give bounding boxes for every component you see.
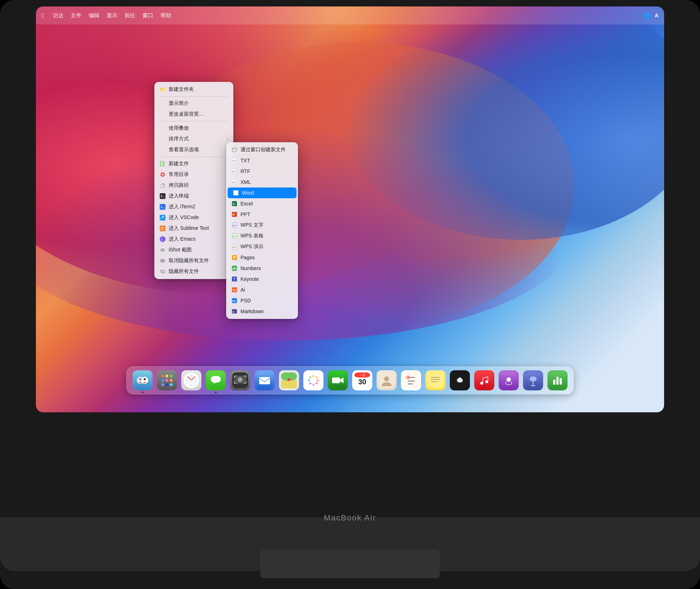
submenu-numbers[interactable]: Numbers — [226, 263, 298, 274]
dock-container: 一月30 — [126, 366, 574, 394]
apple-menu[interactable]:  — [42, 12, 44, 19]
menu-item-hide-all[interactable]: 隐藏所有文件 — [154, 266, 233, 277]
svg-rect-10 — [160, 247, 165, 253]
dock: 一月30 — [126, 366, 574, 394]
menubar-finder[interactable]: 访达 — [53, 12, 64, 19]
dock-item-mail[interactable] — [254, 370, 275, 391]
submenu-ppt[interactable]: P PPT — [226, 209, 298, 220]
submenu-rtf[interactable]: RTF RTF — [226, 166, 298, 177]
dock-item-appletv[interactable] — [449, 370, 471, 391]
dock-item-messages[interactable] — [205, 370, 227, 391]
show-hidden-icon — [159, 258, 166, 264]
new-file-icon — [159, 161, 166, 167]
iterm2-icon — [159, 204, 166, 210]
menu-item-ishot[interactable]: iShot 截图 — [154, 245, 233, 255]
menu-item-label: 更改桌面背景... — [169, 111, 203, 117]
svg-rect-71 — [211, 376, 221, 382]
dock-item-reminders[interactable] — [400, 370, 422, 391]
svg-point-64 — [170, 379, 173, 382]
word-icon: W — [233, 190, 239, 196]
dock-item-keynote[interactable] — [522, 370, 544, 391]
svg-text:WPS: WPS — [233, 246, 236, 248]
menu-item-change-bg[interactable]: 更改桌面背景... — [154, 109, 233, 120]
submenu-wps-present[interactable]: WPS WPS 演示 — [226, 241, 298, 252]
submenu-new-via-window[interactable]: 通过窗口创建新文件 — [226, 144, 298, 155]
menu-item-new-folder[interactable]: 📁 新建文件夹 — [154, 84, 233, 95]
menu-item-show-hidden[interactable]: 取消隐藏所有文件 — [154, 255, 233, 266]
svg-point-90 — [384, 376, 389, 381]
menu-item-label: 查看显示选项 — [169, 147, 199, 153]
dock-item-safari[interactable] — [181, 370, 202, 391]
markdown-icon: MD — [231, 308, 238, 315]
submenu-excel[interactable]: X Excel — [226, 198, 298, 209]
menu-item-sublime[interactable]: 进入 Sublime Text — [154, 223, 233, 234]
submenu-wps-text[interactable]: WPS WPS 文字 — [226, 220, 298, 231]
menu-item-copy-path[interactable]: 拷贝路径 — [154, 180, 233, 191]
dock-item-facetime[interactable] — [327, 370, 349, 391]
menu-item-terminal[interactable]: 进入终端 — [154, 191, 233, 201]
dock-item-maps[interactable] — [278, 370, 300, 391]
menu-item-label: iShot 截图 — [169, 247, 192, 253]
dock-item-screenshot[interactable] — [229, 370, 251, 391]
dock-item-music[interactable] — [473, 370, 495, 391]
dock-item-contacts[interactable] — [376, 370, 397, 391]
submenu-item-label: Ai — [241, 287, 245, 293]
context-menu-main: 📁 新建文件夹 显示简介 更改桌面背景... 使用叠放 — [154, 82, 233, 279]
menu-separator-1 — [159, 96, 228, 97]
menubar-view[interactable]: 显示 — [107, 12, 117, 19]
dock-item-numbers[interactable] — [547, 370, 568, 391]
input-method-icon[interactable]: A — [655, 13, 658, 18]
menubar-window[interactable]: 窗口 — [143, 12, 153, 19]
menu-item-common-dir[interactable]: 常用目录 › — [154, 169, 233, 180]
wps-present-icon: WPS — [231, 244, 238, 250]
menu-item-use-stacks[interactable]: 使用叠放 — [154, 123, 233, 134]
xml-icon: XML — [231, 179, 238, 185]
dock-item-finder[interactable] — [132, 370, 153, 391]
submenu-keynote[interactable]: Keynote — [226, 274, 298, 284]
submenu-wps-table[interactable]: WPS WPS 表格 — [226, 231, 298, 241]
svg-point-62 — [161, 379, 164, 382]
svg-point-66 — [165, 383, 168, 386]
wifi-icon[interactable]: 🌐 — [643, 12, 650, 19]
menu-item-new-file[interactable]: 新建文件 › — [154, 158, 233, 169]
svg-rect-80 — [281, 380, 297, 388]
submenu-pages[interactable]: Pages — [226, 252, 298, 263]
menubar-help[interactable]: 帮助 — [160, 12, 171, 19]
menu-item-sort-by[interactable]: 排序方式 › — [154, 134, 233, 144]
menu-item-iterm2[interactable]: 进入 iTerm2 — [154, 201, 233, 212]
menu-item-view-options[interactable]: 查看显示选项 — [154, 144, 233, 155]
submenu-markdown[interactable]: MD Markdown — [226, 306, 298, 317]
menubar-go[interactable]: 前往 — [125, 12, 135, 19]
terminal-icon — [159, 193, 166, 199]
vscode-icon — [159, 214, 166, 221]
submenu-txt[interactable]: TXT TXT — [226, 155, 298, 166]
menubar-edit[interactable]: 编辑 — [89, 12, 99, 19]
submenu-item-label: Keynote — [241, 276, 259, 282]
menu-item-label: 新建文件夹 — [169, 86, 194, 93]
submenu-ai[interactable]: Ai Ai — [226, 284, 298, 295]
appletv-icon — [450, 370, 470, 390]
dock-item-launchpad[interactable] — [156, 370, 178, 391]
submenu-word[interactable]: W Word — [228, 187, 297, 198]
common-dir-icon — [159, 171, 166, 178]
menubar:  访达 文件 编辑 显示 前往 窗口 帮助 🌐 A — [36, 6, 664, 24]
svg-point-61 — [170, 375, 173, 377]
menu-item-emacs[interactable]: E 进入 Emacs — [154, 234, 233, 245]
submenu-xml[interactable]: XML XML — [226, 177, 298, 187]
submenu-psd[interactable]: Ps PSD — [226, 295, 298, 306]
desktop[interactable]:  访达 文件 编辑 显示 前往 窗口 帮助 🌐 A 📁 — [36, 6, 664, 412]
menu-item-show-info[interactable]: 显示简介 — [154, 98, 233, 109]
menubar-file[interactable]: 文件 — [71, 12, 81, 19]
dock-item-photos[interactable] — [303, 370, 324, 391]
contacts-icon — [377, 370, 397, 390]
dock-item-calendar[interactable]: 一月30 — [351, 370, 373, 391]
rtf-icon: RTF — [231, 168, 238, 175]
music-icon — [474, 370, 494, 390]
dock-item-podcasts[interactable] — [498, 370, 519, 391]
menu-item-vscode[interactable]: 进入 VSCode — [154, 212, 233, 223]
svg-rect-104 — [556, 377, 559, 385]
copy-icon — [159, 182, 166, 189]
menu-item-label: 常用目录 — [169, 171, 189, 178]
svg-text:WPS: WPS — [233, 235, 236, 237]
dock-item-notes[interactable] — [425, 370, 446, 391]
